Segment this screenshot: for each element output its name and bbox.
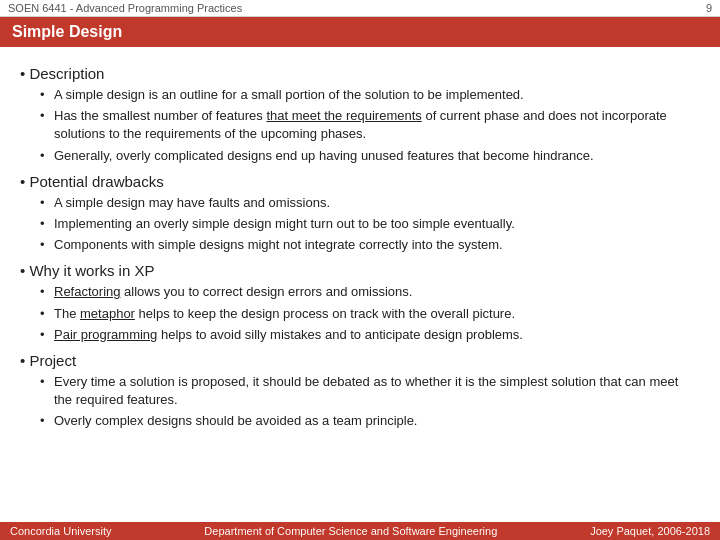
project-list: Every time a solution is proposed, it sh… [20,373,700,431]
drawbacks-list: A simple design may have faults and omis… [20,194,700,255]
header-title: SOEN 6441 - Advanced Programming Practic… [8,2,242,14]
list-item: Refactoring allows you to correct design… [40,283,700,301]
footer-right: Joey Paquet, 2006-2018 [590,525,710,537]
underlined-text: Pair programming [54,327,157,342]
page-number: 9 [706,2,712,14]
list-item: Components with simple designs might not… [40,236,700,254]
underlined-text: metaphor [80,306,135,321]
list-item: A simple design may have faults and omis… [40,194,700,212]
list-item: A simple design is an outline for a smal… [40,86,700,104]
section-header-xp: • Why it works in XP [20,262,700,279]
footer-left: Concordia University [10,525,111,537]
section-description: • Description A simple design is an outl… [20,65,700,165]
top-bar: SOEN 6441 - Advanced Programming Practic… [0,0,720,17]
section-why-xp: • Why it works in XP Refactoring allows … [20,262,700,344]
footer-center: Department of Computer Science and Softw… [204,525,497,537]
main-content: • Description A simple design is an outl… [0,47,720,446]
section-header-description: • Description [20,65,700,82]
slide-title: Simple Design [12,23,122,40]
footer: Concordia University Department of Compu… [0,522,720,540]
list-item: Overly complex designs should be avoided… [40,412,700,430]
list-item: Every time a solution is proposed, it sh… [40,373,700,409]
slide-title-bar: Simple Design [0,17,720,47]
list-item: Generally, overly complicated designs en… [40,147,700,165]
list-item: Pair programming helps to avoid silly mi… [40,326,700,344]
underlined-text: Refactoring [54,284,120,299]
section-header-drawbacks: • Potential drawbacks [20,173,700,190]
list-item: Implementing an overly simple design mig… [40,215,700,233]
xp-list: Refactoring allows you to correct design… [20,283,700,344]
section-project: • Project Every time a solution is propo… [20,352,700,431]
underlined-text: that meet the requirements [266,108,421,123]
section-header-project: • Project [20,352,700,369]
section-potential-drawbacks: • Potential drawbacks A simple design ma… [20,173,700,255]
description-list: A simple design is an outline for a smal… [20,86,700,165]
list-item: Has the smallest number of features that… [40,107,700,143]
list-item: The metaphor helps to keep the design pr… [40,305,700,323]
